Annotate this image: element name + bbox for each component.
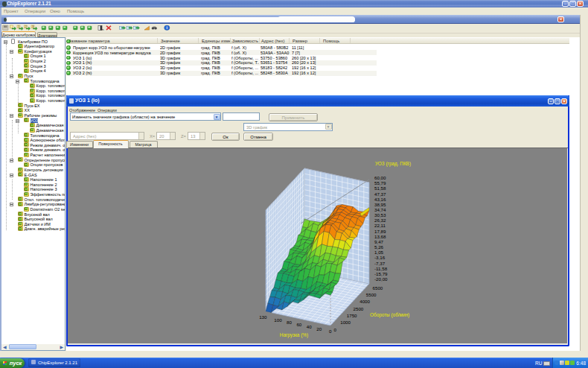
svg-text:100: 100 <box>274 317 282 323</box>
svg-text:Обороты (об/мин): Обороты (об/мин) <box>370 312 409 318</box>
svg-text:-15,79: -15,79 <box>374 271 388 276</box>
svg-text:13,68: 13,68 <box>374 234 386 239</box>
svg-text:1: 1 <box>18 25 19 28</box>
svg-text:4000: 4000 <box>359 299 370 304</box>
svg-text:17,89: 17,89 <box>374 229 386 234</box>
svg-text:51,58: 51,58 <box>374 185 386 191</box>
svg-text:55,79: 55,79 <box>374 180 386 185</box>
svg-text:1750: 1750 <box>347 313 357 318</box>
svg-text:-20,00: -20,00 <box>374 276 388 282</box>
svg-text:34,74: 34,74 <box>374 207 386 212</box>
svg-text:47,37: 47,37 <box>374 191 386 197</box>
svg-text:30,53: 30,53 <box>374 212 386 218</box>
svg-text:n: n <box>102 27 104 31</box>
svg-text:26,32: 26,32 <box>374 218 386 223</box>
svg-text:60,00: 60,00 <box>374 175 386 180</box>
svg-text:6500: 6500 <box>373 285 383 291</box>
svg-text:УОЗ (град. ПКВ): УОЗ (град. ПКВ) <box>375 161 411 167</box>
svg-text:3: 3 <box>32 25 33 28</box>
svg-text:40: 40 <box>307 324 312 329</box>
svg-text:1000: 1000 <box>340 320 351 325</box>
svg-text:2: 2 <box>25 25 27 28</box>
svg-text:80: 80 <box>287 320 292 325</box>
svg-text:22,11: 22,11 <box>374 223 386 228</box>
svg-text:2500: 2500 <box>354 306 364 311</box>
svg-text:5,26: 5,26 <box>374 244 384 250</box>
svg-text:43,16: 43,16 <box>374 197 386 202</box>
svg-text:-7,37: -7,37 <box>374 261 386 266</box>
svg-text:5500: 5500 <box>366 292 377 297</box>
svg-text:38,95: 38,95 <box>374 202 386 207</box>
svg-text:-11,58: -11,58 <box>374 266 388 271</box>
svg-text:9,47: 9,47 <box>374 239 384 244</box>
svg-text:20: 20 <box>316 326 322 331</box>
svg-text:-3,16: -3,16 <box>374 255 386 260</box>
svg-text:60: 60 <box>296 322 301 327</box>
svg-text:130: 130 <box>259 314 267 320</box>
svg-text:0: 0 <box>334 327 337 332</box>
svg-text:Нагрузка (%): Нагрузка (%) <box>280 332 308 338</box>
svg-text:0: 0 <box>329 329 332 334</box>
svg-text:1,05: 1,05 <box>374 250 384 255</box>
